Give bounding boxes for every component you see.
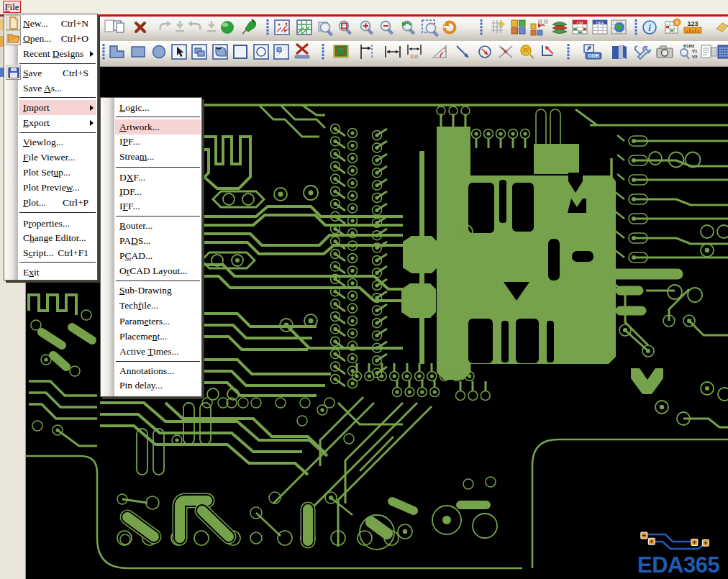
svg-text:123: 123: [687, 20, 698, 27]
svg-text:i: i: [648, 22, 651, 33]
svg-text:CM: CM: [577, 21, 583, 25]
svg-text:V1: V1: [692, 49, 698, 53]
svg-text:R1R2: R1R2: [683, 44, 695, 48]
svg-text:1: 1: [444, 47, 447, 53]
svg-text:ODB: ODB: [588, 53, 599, 58]
svg-text:DFA: DFA: [596, 21, 604, 25]
svg-text:0,0: 0,0: [411, 53, 418, 60]
svg-text:EDA365: EDA365: [637, 552, 719, 578]
svg-text:V2: V2: [692, 55, 698, 59]
